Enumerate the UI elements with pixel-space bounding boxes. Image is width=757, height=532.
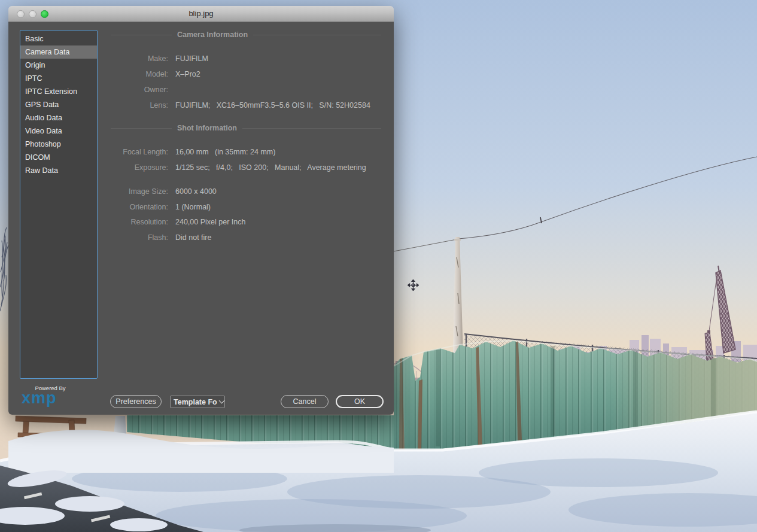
field-value: Did not fire [175,233,211,242]
field-row-owner: Owner: [98,85,388,95]
sidebar-item-origin[interactable]: Origin [20,59,97,72]
field-row-image-size: Image Size: 6000 x 4000 [98,187,388,196]
sidebar-item-basic[interactable]: Basic [20,32,97,45]
section-header-shot-information: Shot Information [111,124,381,132]
field-row-flash: Flash: Did not fire [98,233,388,242]
sidebar-item-iptc[interactable]: IPTC [20,72,97,85]
field-label: Orientation: [98,202,168,212]
divider-line [111,35,172,35]
field-value: 1 (Normal) [175,202,211,212]
divider-line [242,128,381,129]
ok-button[interactable]: OK [336,395,384,408]
field-value: FUJIFILM [175,54,208,63]
field-value: 240,00 Pixel per Inch [175,217,245,227]
section-title: Camera Information [172,31,253,39]
field-label: Lens: [98,101,168,110]
field-label: Owner: [98,85,168,95]
window-titlebar[interactable]: blip.jpg [8,6,394,22]
field-label: Resolution: [98,217,168,227]
sidebar-item-video-data[interactable]: Video Data [20,124,97,138]
field-label: Model: [98,69,168,79]
chevron-down-icon [218,398,224,404]
sidebar-item-photoshop[interactable]: Photoshop [20,138,97,151]
field-row-resolution: Resolution: 240,00 Pixel per Inch [98,217,388,227]
field-value: 6000 x 4000 [175,187,217,196]
divider-line [111,128,172,129]
section-header-camera-information: Camera Information [111,31,381,39]
template-dropdown-label: Template Fo [174,398,217,406]
cancel-button[interactable]: Cancel [281,395,329,408]
preferences-button[interactable]: Preferences [110,395,162,408]
field-row-focal-length: Focal Length: 16,00 mm (in 35mm: 24 mm) [98,147,388,157]
cancel-button-label: Cancel [293,397,317,406]
window-title: blip.jpg [8,9,394,18]
field-label: Exposure: [98,163,168,172]
field-value: 1/125 sec; f/4,0; ISO 200; Manual; Avera… [175,163,366,172]
file-info-dialog: blip.jpg Basic Camera Data Origin IPTC I… [8,6,394,415]
desktop: blip.jpg Basic Camera Data Origin IPTC I… [0,0,757,532]
preferences-button-label: Preferences [115,397,156,406]
move-cursor-pointer [408,279,419,291]
sidebar-item-raw-data[interactable]: Raw Data [20,164,97,177]
divider-line [253,35,381,35]
template-dropdown[interactable]: Template Fo [170,396,225,408]
sidebar-item-gps-data[interactable]: GPS Data [20,98,97,111]
dialog-body: Basic Camera Data Origin IPTC IPTC Exten… [8,22,394,415]
field-value: FUJIFILM; XC16–50mmF3.5–5.6 OIS II; S/N:… [175,101,370,110]
field-row-model: Model: X–Pro2 [98,69,388,79]
sidebar-item-iptc-extension[interactable]: IPTC Extension [20,85,97,98]
field-row-orientation: Orientation: 1 (Normal) [98,202,388,212]
field-row-exposure: Exposure: 1/125 sec; f/4,0; ISO 200; Man… [98,163,388,172]
field-value: 16,00 mm (in 35mm: 24 mm) [175,147,275,157]
ok-button-label: OK [354,397,365,406]
sidebar-item-dicom[interactable]: DICOM [20,151,97,164]
xmp-logo: xmp [22,389,57,408]
field-label: Focal Length: [98,147,168,157]
field-label: Image Size: [98,187,168,196]
sidebar-item-camera-data[interactable]: Camera Data [20,45,97,59]
sidebar-item-audio-data[interactable]: Audio Data [20,111,97,124]
section-title: Shot Information [172,124,242,132]
category-list: Basic Camera Data Origin IPTC IPTC Exten… [20,30,98,379]
field-label: Make: [98,54,168,63]
field-row-lens: Lens: FUJIFILM; XC16–50mmF3.5–5.6 OIS II… [98,101,388,110]
field-value: X–Pro2 [175,69,200,79]
field-label: Flash: [98,233,168,242]
field-row-make: Make: FUJIFILM [98,54,388,63]
